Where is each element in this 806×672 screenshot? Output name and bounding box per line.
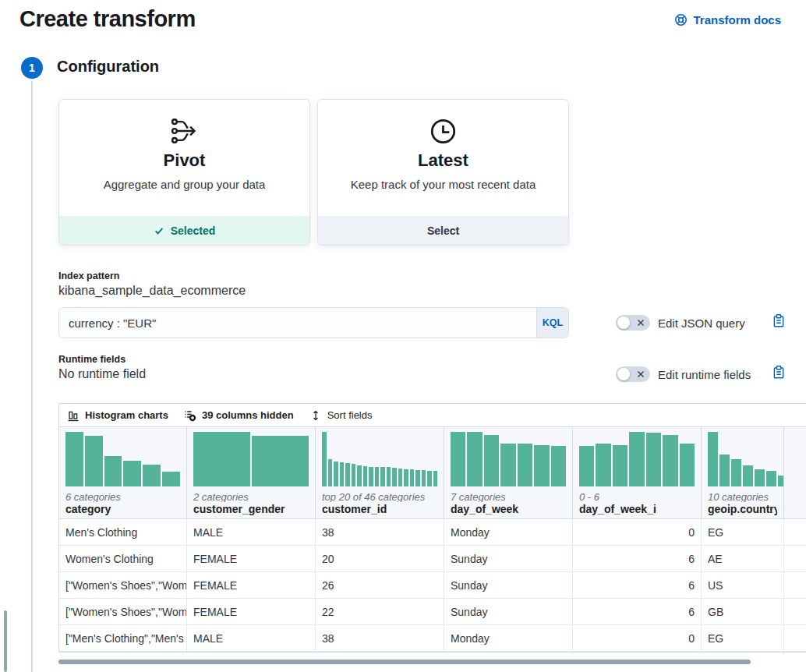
edit-runtime-fields-toggle[interactable] — [616, 366, 650, 382]
histogram-bar — [380, 467, 385, 486]
latest-select-button[interactable]: Select — [318, 216, 568, 245]
histogram-bar — [328, 459, 333, 486]
query-bar: KQL — [58, 307, 569, 338]
toggle-knob — [617, 368, 630, 380]
table-cell[interactable]: 0 — [573, 519, 702, 545]
toggle-off-x-icon — [637, 370, 645, 378]
pivot-selected-label: Selected — [171, 225, 216, 237]
table-cell[interactable]: FEMALE — [187, 599, 316, 624]
table-cell[interactable]: 22 — [316, 599, 444, 624]
histogram-bar — [551, 446, 566, 486]
columns-hidden-label: 39 columns hidden — [202, 409, 294, 421]
histogram-bar — [398, 469, 403, 486]
histogram-bar — [123, 461, 141, 486]
table-cell[interactable]: Monday — [444, 519, 573, 545]
table-cell-partial — [784, 572, 806, 598]
toggle-off-x-icon — [637, 319, 645, 327]
histogram-bar — [392, 468, 397, 486]
step-number: 1 — [29, 62, 35, 74]
table-cell-partial — [784, 519, 806, 545]
histogram-bar — [415, 470, 420, 486]
histogram-bar — [363, 466, 368, 486]
table-cell[interactable]: FEMALE — [187, 572, 316, 598]
table-cell[interactable]: ["Men's Clothing","Men's ... — [59, 625, 187, 651]
column-subtitle: 10 categories — [708, 491, 777, 503]
table-cell[interactable]: EG — [702, 625, 784, 651]
table-cell[interactable]: GB — [702, 599, 784, 624]
column-header-customer_gender[interactable]: 2 categoriescustomer_gender — [187, 427, 316, 518]
horizontal-scrollbar-thumb[interactable] — [58, 660, 751, 664]
table-cell[interactable]: ["Women's Shoes","Wom... — [59, 599, 187, 624]
table-cell[interactable]: Monday — [444, 625, 573, 651]
pivot-card-description: Aggregate and group your data — [104, 178, 266, 191]
table-cell[interactable]: 6 — [573, 572, 702, 598]
histogram-day_of_week — [451, 432, 566, 486]
table-cell[interactable]: 38 — [316, 625, 444, 651]
histogram-charts-label: Histogram charts — [85, 409, 168, 421]
edit-json-query-toggle[interactable] — [616, 315, 650, 331]
table-cell[interactable]: 20 — [316, 546, 444, 571]
table-cell[interactable]: Sunday — [444, 572, 573, 598]
table-cell[interactable]: 38 — [316, 519, 444, 545]
copy-icon — [772, 313, 786, 328]
histogram-bar — [387, 467, 391, 486]
column-header-day_of_week[interactable]: 7 categoriesday_of_week — [444, 427, 573, 518]
histogram-bar — [65, 432, 83, 486]
histogram-bar — [646, 433, 661, 486]
histogram-bar — [451, 432, 465, 486]
table-cell[interactable]: 26 — [316, 572, 444, 598]
vertical-scrollbar-thumb[interactable] — [4, 610, 7, 672]
table-cell[interactable]: 6 — [573, 546, 702, 571]
table-cell[interactable]: MALE — [187, 625, 316, 651]
table-cell[interactable]: ["Women's Shoes","Wom... — [59, 572, 187, 598]
column-header-customer_id[interactable]: top 20 of 46 categoriescustomer_id — [316, 427, 444, 518]
column-label: customer_gender — [193, 503, 309, 515]
table-cell[interactable]: 0 — [573, 625, 702, 651]
column-label: geoip.country_iso_ — [708, 503, 777, 515]
grid-header-row: 6 categoriescategory2 categoriescustomer… — [59, 427, 806, 519]
histogram-category — [65, 432, 180, 486]
index-pattern-label: Index pattern — [58, 271, 120, 281]
query-row: KQL Edit JSON query — [58, 307, 806, 338]
kql-language-button[interactable]: KQL — [536, 308, 568, 338]
histogram-customer_gender — [193, 432, 309, 486]
histogram-bar — [534, 445, 549, 486]
latest-card-title: Latest — [418, 150, 468, 171]
table-cell[interactable]: Men's Clothing — [59, 519, 187, 545]
columns-hidden-button[interactable]: 39 columns hidden — [184, 409, 294, 422]
table-cell[interactable]: MALE — [187, 519, 316, 545]
histogram-bar — [613, 445, 627, 486]
table-cell[interactable]: Women's Clothing — [59, 546, 187, 571]
histogram-bar — [433, 471, 438, 486]
clock-icon — [429, 115, 458, 147]
table-cell[interactable]: 6 — [573, 599, 702, 624]
copy-json-query-button[interactable] — [772, 313, 786, 328]
column-label: day_of_week_i — [579, 503, 695, 515]
column-subtitle: 6 categories — [65, 491, 180, 503]
histogram-bar — [743, 465, 753, 486]
transform-docs-link[interactable]: Transform docs — [674, 13, 781, 27]
table-cell[interactable]: AE — [702, 546, 784, 571]
runtime-fields-label: Runtime fields — [58, 354, 125, 365]
table-cell[interactable]: Sunday — [444, 599, 573, 624]
edit-json-query-toggle-group: Edit JSON query — [616, 315, 745, 331]
table-cell[interactable]: US — [702, 572, 784, 598]
step-connector-line — [31, 81, 33, 672]
latest-card[interactable]: Latest Keep track of your most recent da… — [317, 99, 569, 246]
table-cell-partial — [784, 546, 806, 571]
copy-runtime-fields-button[interactable] — [772, 365, 786, 380]
column-header-day_of_week_i[interactable]: 0 - 6day_of_week_i — [573, 427, 702, 518]
column-subtitle: 0 - 6 — [579, 491, 695, 503]
kql-query-input[interactable] — [59, 308, 536, 338]
table-cell[interactable]: EG — [702, 519, 784, 545]
table-cell[interactable]: FEMALE — [187, 546, 316, 571]
histogram-charts-button[interactable]: Histogram charts — [67, 409, 168, 422]
table-cell[interactable]: Sunday — [444, 546, 573, 571]
sort-fields-button[interactable]: Sort fields — [309, 409, 373, 422]
pivot-selected-button[interactable]: Selected — [59, 216, 309, 245]
column-header-geoip.country_iso_[interactable]: 10 categoriesgeoip.country_iso_ — [702, 427, 784, 518]
column-header-category[interactable]: 6 categoriescategory — [59, 427, 187, 518]
pivot-card[interactable]: Pivot Aggregate and group your data Sele… — [58, 99, 310, 246]
edit-runtime-fields-label: Edit runtime fields — [658, 368, 751, 381]
histogram-bar — [766, 471, 776, 486]
